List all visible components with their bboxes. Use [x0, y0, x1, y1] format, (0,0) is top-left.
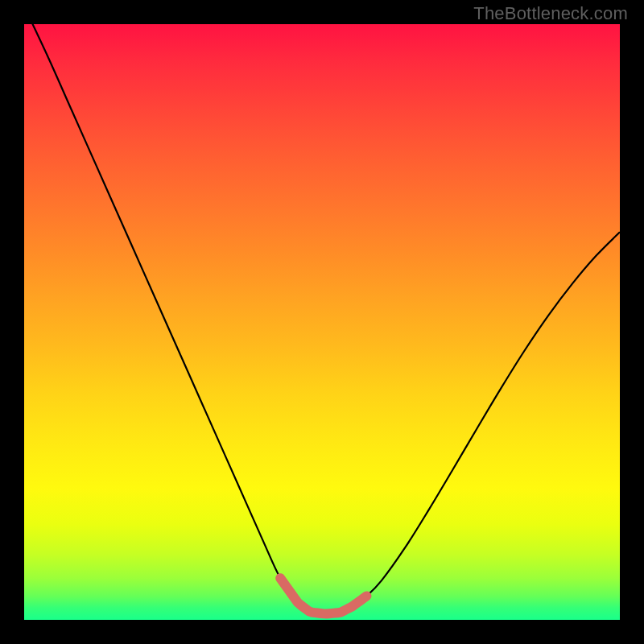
chart-container: TheBottleneck.com: [0, 0, 644, 644]
curve-line: [24, 24, 620, 614]
watermark-text: TheBottleneck.com: [473, 3, 628, 24]
bottleneck-curve: [24, 24, 620, 620]
plot-area: [24, 24, 620, 620]
bottom-highlight: [280, 578, 366, 613]
